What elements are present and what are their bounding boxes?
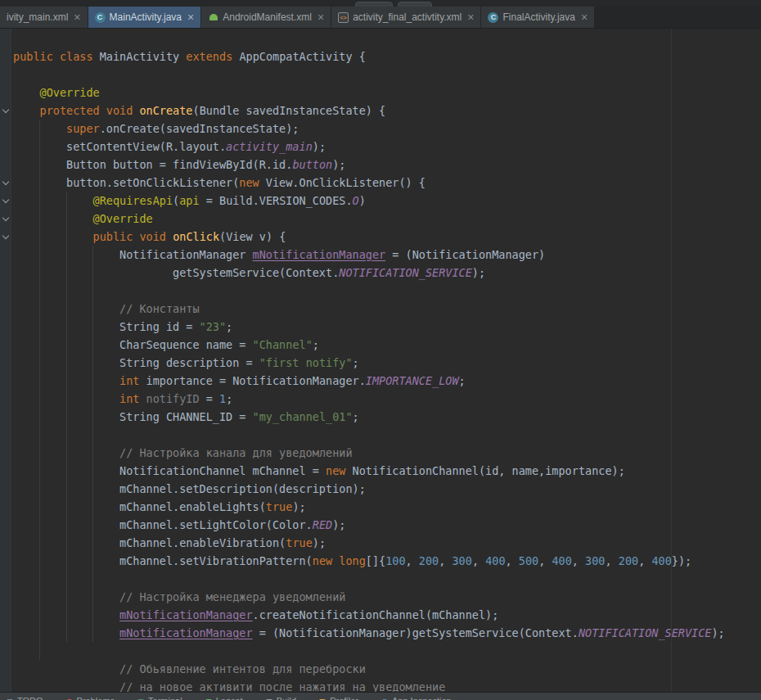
code-line: protected void onCreate(Bundle savedInst… xyxy=(13,102,725,120)
code-line: NotificationChannel mChannel = new Notif… xyxy=(13,462,725,480)
code-line: String CHANNEL_ID = "my_channel_01"; xyxy=(13,408,725,426)
code-line: mChannel.enableLights(true); xyxy=(13,498,725,516)
toolwindow-label: Build xyxy=(277,696,296,700)
code-line: super.onCreate(savedInstanceState); xyxy=(13,120,725,138)
code-line: String id = "23"; xyxy=(13,318,725,336)
toolwindow-button-problems[interactable]: Problems xyxy=(66,693,115,700)
code-line xyxy=(13,282,725,300)
fold-marker[interactable] xyxy=(2,107,10,115)
code-line: // Настройка канала для уведомлений xyxy=(13,444,725,462)
editor-gutter xyxy=(0,29,11,692)
code-line xyxy=(13,642,725,660)
toolwindow-label: Logcat xyxy=(216,696,243,700)
code-line: NotificationManager mNotificationManager… xyxy=(13,246,725,264)
close-tab-icon[interactable]: × xyxy=(317,11,324,23)
ide-window: ivity_main.xml×CMainActivity.java×Androi… xyxy=(0,0,761,700)
tool-window-bar: TODOProblemsTerminalLogcatBuildProfilerA… xyxy=(0,692,761,700)
code-line: public class MainActivity extends AppCom… xyxy=(13,47,725,65)
editor-tab-mainactivity-java[interactable]: CMainActivity.java× xyxy=(88,7,202,28)
code-line: mNotificationManager = (NotificationMana… xyxy=(13,624,725,642)
toolwindow-label: App Inspection xyxy=(392,696,452,700)
code-line: @RequiresApi(api = Build.VERSION_CODES.O… xyxy=(13,192,725,210)
manifest-file-icon xyxy=(208,12,218,23)
editor-tab-androidmanifest-xml[interactable]: AndroidManifest.xml× xyxy=(201,7,331,28)
close-tab-icon[interactable]: × xyxy=(467,11,474,23)
toolwindow-label: TODO xyxy=(17,696,43,700)
toolwindow-button-profiler[interactable]: Profiler xyxy=(319,693,358,700)
code-line: public void onClick(View v) { xyxy=(13,228,725,246)
code-line xyxy=(13,426,725,444)
code-line: button.setOnClickListener(new View.OnCli… xyxy=(13,174,725,192)
code-line: // Константы xyxy=(13,300,725,318)
toolwindow-button-terminal[interactable]: Terminal xyxy=(137,693,182,700)
code-line: // на новое активити после нажатия на ув… xyxy=(13,678,725,692)
toolwindow-button-app-inspection[interactable]: App Inspection xyxy=(381,693,452,700)
code-line: int importance = NotificationManager.IMP… xyxy=(13,372,725,390)
editor-tab-finalactivity-java[interactable]: CFinalActivity.java× xyxy=(481,7,595,28)
editor-tab-bar: ivity_main.xml×CMainActivity.java×Androi… xyxy=(0,7,761,29)
toolwindow-button-logcat[interactable]: Logcat xyxy=(205,693,243,700)
class-file-icon: C xyxy=(95,12,106,23)
code-line: Button button = findViewById(R.id.button… xyxy=(13,156,725,174)
xml-file-icon: <> xyxy=(338,12,349,23)
close-tab-icon[interactable]: × xyxy=(74,11,80,23)
toolwindow-button-build[interactable]: Build xyxy=(266,693,296,700)
code-line: mChannel.setVibrationPattern(new long[]{… xyxy=(13,552,725,570)
code-line: // Настройка менеджера уведомлений xyxy=(13,588,725,606)
editor-tab-activity-final-activtity-xml[interactable]: <>activity_final_activtity.xml× xyxy=(331,7,481,28)
main-toolbar xyxy=(0,0,761,7)
tab-label: ivity_main.xml xyxy=(7,11,68,23)
code-line xyxy=(13,570,725,588)
code-line: mNotificationManager.createNotificationC… xyxy=(13,606,725,624)
code-line: // Обьявление интентов для переброски xyxy=(13,660,725,678)
tab-label: activity_final_activtity.xml xyxy=(353,11,462,23)
fold-marker[interactable] xyxy=(2,233,10,241)
code-line: @Override xyxy=(13,84,725,102)
code-line: setContentView(R.layout.activity_main); xyxy=(13,138,725,156)
toolwindow-button-todo[interactable]: TODO xyxy=(7,693,43,700)
toolwindow-label: Profiler xyxy=(330,696,358,700)
code-line xyxy=(13,65,725,84)
code-editor[interactable]: public class MainActivity extends AppCom… xyxy=(0,29,761,692)
fold-marker[interactable] xyxy=(2,197,10,205)
tab-label: AndroidManifest.xml xyxy=(223,11,312,23)
code-line: getSystemService(Context.NOTIFICATION_SE… xyxy=(13,264,725,282)
fold-marker[interactable] xyxy=(2,215,10,223)
toolwindow-label: Terminal xyxy=(148,696,182,700)
close-tab-icon[interactable]: × xyxy=(187,11,194,23)
code-line: String description = "first notify"; xyxy=(13,354,725,372)
class-file-icon: C xyxy=(488,12,498,23)
fold-marker[interactable] xyxy=(2,179,10,187)
editor-tab-ivity-main-xml[interactable]: ivity_main.xml× xyxy=(0,7,88,28)
code-line: mChannel.setDescription(description); xyxy=(13,480,725,498)
code-line: mChannel.enableVibration(true); xyxy=(13,534,725,552)
code-area: public class MainActivity extends AppCom… xyxy=(13,47,725,692)
code-line: mChannel.setLightColor(Color.RED); xyxy=(13,516,725,534)
close-tab-icon[interactable]: × xyxy=(581,11,588,23)
code-line: CharSequence name = "Channel"; xyxy=(13,336,725,354)
tab-label: FinalActivity.java xyxy=(502,11,574,23)
toolwindow-label: Problems xyxy=(77,696,115,700)
code-line: @Override xyxy=(13,210,725,228)
code-line: int notifyID = 1; xyxy=(13,390,725,408)
tab-label: MainActivity.java xyxy=(110,11,182,23)
